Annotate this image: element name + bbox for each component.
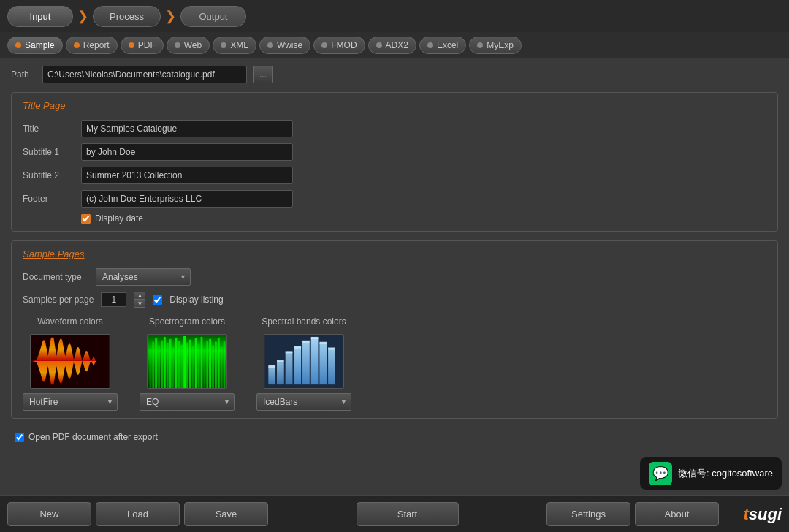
- tab-pdf[interactable]: PDF: [121, 37, 164, 54]
- nav-step-output[interactable]: Output: [180, 6, 246, 27]
- svg-rect-10: [169, 339, 172, 388]
- svg-rect-26: [215, 342, 217, 388]
- tab-adx2[interactable]: ADX2: [368, 37, 416, 54]
- footer-row: Footer: [23, 190, 766, 208]
- svg-rect-19: [195, 338, 197, 388]
- svg-rect-25: [212, 346, 214, 388]
- tab-label-web: Web: [184, 40, 202, 50]
- svg-rect-36: [311, 338, 319, 384]
- tsugi-rest: sugi: [749, 505, 782, 523]
- save-button[interactable]: Save: [184, 502, 268, 526]
- svg-rect-9: [167, 343, 169, 388]
- tab-dot-wwise: [267, 42, 273, 48]
- tab-report[interactable]: Report: [66, 37, 118, 54]
- nav-step-input[interactable]: Input: [7, 6, 73, 27]
- tab-label-xml: XML: [230, 40, 248, 50]
- tab-wwise[interactable]: Wwise: [259, 37, 310, 54]
- svg-rect-14: [180, 345, 183, 388]
- subtitle1-label: Subtitle 1: [23, 147, 74, 157]
- display-listing-checkbox[interactable]: [153, 295, 162, 305]
- about-button[interactable]: About: [635, 502, 719, 526]
- svg-rect-13: [178, 341, 180, 388]
- nav-arrow-2: ❯: [165, 8, 176, 24]
- title-page-heading: Title Page: [23, 100, 766, 111]
- svg-rect-28: [221, 347, 223, 388]
- nav-arrow-1: ❯: [77, 8, 88, 24]
- tab-label-pdf: PDF: [138, 40, 156, 50]
- waveform-scheme-select[interactable]: HotFire Classic Blue: [23, 393, 118, 411]
- tab-sample[interactable]: Sample: [7, 37, 63, 54]
- svg-rect-27: [218, 338, 220, 388]
- tab-bar: Sample Report PDF Web XML Wwise FMOD ADX…: [0, 32, 789, 58]
- doc-type-select[interactable]: Analyses Summary Details: [96, 268, 191, 286]
- footer-label: Footer: [23, 194, 74, 204]
- svg-rect-5: [155, 338, 157, 388]
- svg-rect-44: [311, 337, 319, 339]
- samples-per-page-input[interactable]: [101, 292, 126, 307]
- waveform-preview: [30, 334, 110, 389]
- path-label: Path: [11, 69, 37, 80]
- nav-step-process[interactable]: Process: [93, 6, 161, 27]
- title-input[interactable]: [81, 120, 293, 137]
- tab-label-sample: Sample: [25, 40, 55, 50]
- svg-rect-11: [172, 348, 175, 388]
- tab-web[interactable]: Web: [167, 37, 210, 54]
- settings-button[interactable]: Settings: [546, 502, 630, 526]
- spectral-scheme-select[interactable]: IcedBars Classic Warm: [256, 393, 351, 411]
- subtitle1-input[interactable]: [81, 143, 293, 161]
- doc-type-row: Document type Analyses Summary Details: [23, 268, 766, 286]
- svg-rect-3: [149, 349, 151, 388]
- tab-dot-myexp: [477, 42, 483, 48]
- tab-label-adx2: ADX2: [386, 40, 408, 50]
- tab-dot-web: [175, 42, 180, 48]
- tab-label-fmod: FMOD: [331, 40, 357, 50]
- input-btn[interactable]: Input: [7, 6, 73, 27]
- spectral-scheme-item: Spectral bands colors: [256, 316, 351, 411]
- new-button[interactable]: New: [7, 502, 91, 526]
- spectral-svg: [264, 335, 343, 388]
- path-input[interactable]: [42, 66, 247, 83]
- tab-dot-xml: [221, 42, 226, 48]
- load-button[interactable]: Load: [96, 502, 180, 526]
- spectrogram-colors-label: Spectrogram colors: [149, 316, 225, 327]
- svg-rect-46: [328, 348, 335, 350]
- svg-rect-42: [294, 346, 301, 349]
- tab-fmod[interactable]: FMOD: [313, 37, 365, 54]
- tab-label-excel: Excel: [437, 40, 458, 50]
- output-btn[interactable]: Output: [180, 6, 246, 27]
- title-page-section: Title Page Title Subtitle 1 Subtitle 2 F…: [11, 92, 778, 232]
- display-date-checkbox[interactable]: [81, 214, 91, 224]
- tab-xml[interactable]: XML: [213, 37, 256, 54]
- samples-per-page-row: Samples per page ▲ ▼ Display listing: [23, 292, 766, 308]
- path-row: Path ...: [11, 66, 778, 83]
- start-button[interactable]: Start: [357, 502, 459, 526]
- tab-label-myexp: MyExp: [487, 40, 514, 50]
- wechat-icon: 💬: [649, 462, 672, 485]
- process-btn[interactable]: Process: [93, 6, 161, 27]
- svg-rect-23: [206, 341, 208, 388]
- tsugi-logo: tsugi: [723, 505, 782, 524]
- svg-rect-16: [186, 343, 188, 388]
- open-pdf-label: Open PDF document after export: [28, 432, 158, 442]
- waveform-dropdown-wrapper: HotFire Classic Blue: [23, 393, 118, 411]
- tab-excel[interactable]: Excel: [419, 37, 466, 54]
- open-pdf-checkbox[interactable]: [15, 433, 24, 442]
- tab-dot-pdf: [129, 42, 134, 48]
- display-listing-label: Display listing: [169, 294, 223, 305]
- spinner-down-btn[interactable]: ▼: [134, 300, 145, 308]
- subtitle2-input[interactable]: [81, 167, 293, 184]
- svg-rect-32: [277, 362, 284, 384]
- spectrogram-svg: [148, 335, 226, 388]
- svg-rect-7: [161, 341, 163, 388]
- waveform-scheme-item: Waveform colors: [23, 316, 118, 411]
- tab-myexp[interactable]: MyExp: [469, 37, 522, 54]
- browse-button[interactable]: ...: [253, 66, 273, 83]
- svg-rect-39: [268, 365, 275, 368]
- spectrogram-dropdown-wrapper: EQ Classic Hot: [140, 393, 235, 411]
- svg-rect-22: [203, 348, 205, 388]
- footer-input[interactable]: [81, 190, 293, 208]
- svg-rect-40: [277, 360, 284, 362]
- spectrogram-scheme-select[interactable]: EQ Classic Hot: [140, 393, 235, 411]
- subtitle1-row: Subtitle 1: [23, 143, 766, 161]
- spinner-up-btn[interactable]: ▲: [134, 292, 145, 300]
